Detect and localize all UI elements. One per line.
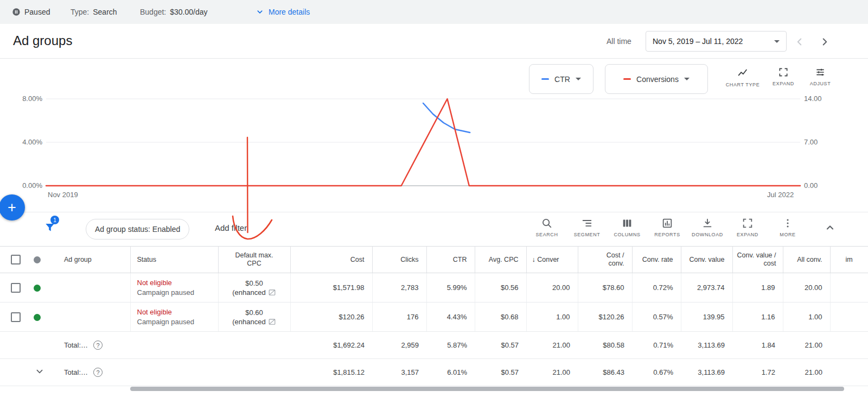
filter-chip-ad-group-status[interactable]: Ad group status: Enabled — [86, 219, 189, 240]
reports-button[interactable]: REPORTS — [647, 217, 687, 237]
col-conv-value[interactable]: Conv. value — [681, 247, 732, 273]
total-all-conv-cell: 21.00 — [783, 332, 830, 359]
total-conv-rate-cell: 0.71% — [632, 332, 681, 359]
ad-group-name-cell[interactable] — [60, 303, 130, 332]
previous-period-button[interactable] — [793, 35, 806, 48]
col-cost[interactable]: Cost — [290, 247, 372, 273]
status-dot-icon — [34, 256, 41, 263]
metric-selector-ctr[interactable]: CTR — [529, 64, 593, 94]
tune-icon — [815, 67, 826, 78]
table-header-row: Ad group Status Default max. CPC Cost Cl… — [0, 247, 868, 273]
col-clicks[interactable]: Clicks — [372, 247, 426, 273]
help-icon[interactable]: ? — [93, 368, 103, 377]
download-label: DOWNLOAD — [692, 232, 723, 237]
metric-selector-conversions[interactable]: Conversions — [605, 64, 708, 94]
status-sub: Campaign paused — [137, 288, 218, 298]
status-main: Not eligible — [137, 278, 218, 288]
reports-icon — [661, 217, 673, 229]
expand-totals-cell[interactable] — [26, 359, 60, 386]
campaign-status[interactable]: Paused — [12, 0, 50, 24]
col-default-max-cpc[interactable]: Default max. CPC — [218, 247, 290, 273]
cpc-qualifier: (enhanced — [232, 317, 265, 326]
help-icon[interactable]: ? — [93, 341, 103, 350]
add-button[interactable]: + — [0, 194, 25, 220]
row-checkbox[interactable] — [11, 312, 21, 322]
total-conversions-cell: 21.00 — [526, 332, 578, 359]
next-period-button[interactable] — [818, 35, 831, 48]
budget-value: $30.00/day — [170, 8, 207, 16]
broken-image-icon — [268, 288, 276, 297]
max-cpc-cell[interactable]: $0.60 (enhanced — [218, 303, 290, 332]
col-conversions-sorted[interactable]: ↓ Conver — [526, 247, 578, 273]
collapse-table-button[interactable] — [824, 221, 837, 236]
row-checkbox-cell[interactable] — [0, 273, 26, 303]
chart-adjust-button[interactable]: ADJUST — [803, 67, 838, 86]
col-conv-rate[interactable]: Conv. rate — [632, 247, 681, 273]
chart-expand-button[interactable]: EXPAND — [766, 67, 801, 86]
chart-expand-label: EXPAND — [773, 81, 794, 86]
total-conv-value-cell: 3,113.69 — [681, 332, 732, 359]
col-all-conv[interactable]: All conv. — [783, 247, 830, 273]
col-impressions[interactable]: im — [830, 247, 868, 273]
total-cost-cell: $1,692.24 — [290, 332, 372, 359]
conversions-cell: 1.00 — [526, 303, 578, 332]
table-toolbar: SEARCH SEGMENT COLUMNS REPORTS DOWNLOAD … — [527, 217, 808, 237]
cost-cell: $120.26 — [290, 303, 372, 332]
date-range-selector[interactable]: Nov 5, 2019 – Jul 11, 2022 — [646, 31, 787, 52]
search-button[interactable]: SEARCH — [527, 217, 567, 237]
ad-groups-table: Ad group Status Default max. CPC Cost Cl… — [0, 246, 868, 386]
horizontal-scrollbar[interactable] — [130, 387, 844, 391]
ctr-series-swatch — [541, 78, 549, 80]
select-all-cell[interactable] — [0, 247, 26, 273]
chevron-down-icon[interactable] — [34, 366, 46, 377]
more-button[interactable]: MORE — [768, 217, 808, 237]
left-axis-tick: 4.00% — [13, 138, 42, 146]
filter-chip-label: Ad group status: Enabled — [95, 225, 180, 234]
col-cost-per-conv[interactable]: Cost / conv. — [578, 247, 632, 273]
row-checkbox[interactable] — [11, 283, 21, 293]
columns-button[interactable]: COLUMNS — [607, 217, 647, 237]
col-ad-group[interactable]: Ad group — [60, 247, 130, 273]
campaign-info-bar: Paused Type: Search Budget: $30.00/day M… — [0, 0, 868, 24]
col-default-max-cpc-label: Default max. CPC — [235, 251, 274, 268]
filter-toolbar: 1 Ad group status: Enabled Add filter SE… — [0, 212, 868, 246]
col-all-conv-label: All conv. — [797, 256, 822, 263]
x-axis-label: Nov 2019 — [48, 191, 78, 199]
ad-group-name-cell[interactable] — [60, 273, 130, 303]
segment-label: SEGMENT — [574, 232, 601, 237]
add-filter-button[interactable]: Add filter — [215, 223, 247, 232]
more-details-link[interactable]: More details — [255, 0, 310, 24]
empty-cell — [218, 332, 290, 359]
empty-cell — [830, 332, 868, 359]
reports-label: REPORTS — [654, 232, 680, 237]
col-conv-rate-label: Conv. rate — [642, 256, 673, 263]
row-status-dot-cell[interactable] — [26, 273, 60, 303]
empty-cell — [0, 359, 26, 386]
total-cost-per-conv-cell: $80.58 — [578, 332, 632, 359]
col-status[interactable]: Status — [130, 247, 218, 273]
col-avg-cpc[interactable]: Avg. CPC — [475, 247, 526, 273]
expand-label: EXPAND — [737, 232, 758, 237]
total-label: Total:… — [64, 368, 88, 376]
total-avg-cpc-cell: $0.57 — [475, 332, 526, 359]
expand-button[interactable]: EXPAND — [727, 217, 768, 237]
chart-type-icon — [737, 67, 749, 79]
conv-value-per-cost-cell: 1.16 — [732, 303, 783, 332]
col-conv-value-per-cost[interactable]: Conv. value / cost — [732, 247, 783, 273]
date-range-value: Nov 5, 2019 – Jul 11, 2022 — [653, 37, 743, 46]
empty-cell — [26, 332, 60, 359]
select-all-checkbox[interactable] — [11, 255, 21, 264]
ctr-cell: 4.43% — [426, 303, 475, 332]
more-details-label: More details — [269, 8, 310, 16]
download-button[interactable]: DOWNLOAD — [687, 217, 727, 237]
col-cost-label: Cost — [350, 256, 365, 263]
max-cpc-cell[interactable]: $0.50 (enhanced — [218, 273, 290, 303]
row-status-dot-cell[interactable] — [26, 303, 60, 332]
columns-label: COLUMNS — [614, 232, 640, 237]
chart-type-button[interactable]: CHART TYPE — [726, 67, 760, 87]
type-value: Search — [93, 8, 117, 16]
row-checkbox-cell[interactable] — [0, 303, 26, 332]
col-ctr[interactable]: CTR — [426, 247, 475, 273]
segment-button[interactable]: SEGMENT — [567, 217, 607, 237]
chevron-right-icon — [819, 36, 831, 48]
